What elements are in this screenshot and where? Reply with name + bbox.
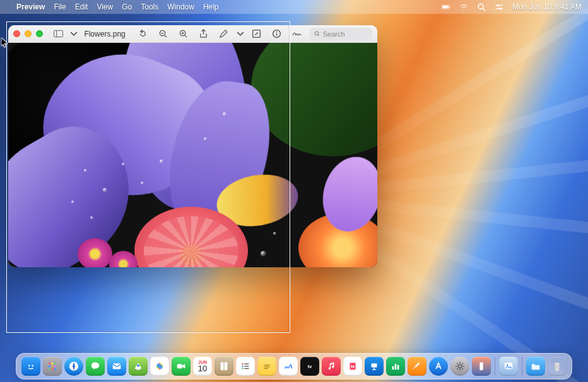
dock: JUN10tvN [16,353,572,379]
launchpad-icon [47,361,58,372]
menu-help[interactable]: Help [203,3,219,11]
numbers-icon [390,361,401,372]
preview-window: Flowers.png Search [8,25,377,267]
image-viewport[interactable] [8,43,377,267]
svg-line-13 [165,35,167,37]
menubar: Preview File Edit View Go Tools Window H… [0,0,588,14]
news-icon: N [347,361,358,372]
info-button[interactable] [269,28,285,40]
finder-icon [25,361,37,372]
svg-rect-2 [449,6,450,8]
dock-settings[interactable] [450,357,469,376]
svg-rect-73 [479,362,483,371]
dock-tv[interactable]: tv [300,357,319,376]
dock-appstore[interactable] [429,357,448,376]
menu-edit[interactable]: Edit [75,3,88,11]
wifi-icon[interactable] [459,3,468,11]
svg-point-35 [54,368,57,371]
svg-rect-63 [397,365,399,369]
app-menu[interactable]: Preview [16,3,45,11]
preview-icon [503,361,514,372]
svg-rect-62 [395,364,397,369]
svg-text:tv: tv [308,364,312,369]
markup-button[interactable] [216,28,232,40]
dock-finder[interactable] [21,357,40,376]
svg-point-64 [458,364,461,368]
dock-safari[interactable] [64,357,83,376]
maps-icon [132,361,144,372]
markup-dropdown-button[interactable] [237,28,244,40]
calendar-day-label: 10 [198,364,207,373]
sidebar-button[interactable] [52,28,65,40]
rotate-left-button[interactable] [136,28,151,40]
svg-rect-9 [54,30,63,37]
dock-trash[interactable] [548,357,567,376]
dock-music[interactable] [322,357,341,376]
window-minimize-button[interactable] [25,30,32,37]
mouse-cursor [1,38,9,49]
svg-rect-58 [372,364,377,368]
keynote-icon [368,361,380,372]
search-field[interactable]: Search [310,28,372,40]
dock-calendar[interactable]: JUN10 [193,357,212,376]
svg-text:N: N [351,364,355,369]
dock-divider [495,357,495,376]
crop-button[interactable] [249,28,264,40]
svg-rect-1 [442,6,448,8]
dock-facetime[interactable] [172,357,191,376]
menu-file[interactable]: File [54,3,66,11]
dock-notes[interactable] [257,357,276,376]
facetime-icon [175,361,187,372]
dock-news[interactable]: N [343,357,362,376]
svg-rect-61 [392,366,394,369]
dock-maps[interactable] [129,357,148,376]
svg-line-17 [185,35,187,37]
menu-window[interactable]: Window [167,3,194,11]
mail-icon [111,361,122,372]
dock-keynote[interactable] [365,357,384,376]
dock-launchpad[interactable] [43,357,62,376]
dock-reminders[interactable] [236,357,255,376]
safari-icon [68,361,79,372]
menu-go[interactable]: Go [122,3,132,11]
zoom-in-button[interactable] [176,28,191,40]
trash-icon [551,361,563,372]
dock-messages[interactable] [86,357,105,376]
spotlight-icon[interactable] [477,3,486,11]
freeform-icon [283,361,294,372]
svg-point-8 [499,8,502,10]
svg-point-31 [51,365,54,368]
dock-downloads[interactable] [526,357,545,376]
contacts-icon [218,361,230,372]
settings-icon [454,361,466,372]
svg-point-20 [276,32,278,33]
battery-icon[interactable] [442,3,450,11]
sidebar-dropdown-button[interactable] [70,28,78,40]
menubar-clock[interactable]: Mon Jun 10 9:41 AM [512,3,582,11]
zoom-out-button[interactable] [156,28,171,40]
dock-pages[interactable] [408,357,426,376]
menu-view[interactable]: View [97,3,113,11]
control-center-icon[interactable] [495,3,503,11]
dock-preview[interactable] [499,357,518,376]
svg-line-70 [462,368,463,369]
dock-freeform[interactable] [279,357,298,376]
svg-point-48 [242,368,244,369]
dock-photos[interactable] [150,357,169,376]
window-close-button[interactable] [13,30,20,37]
svg-point-47 [242,366,244,368]
svg-point-28 [51,362,54,365]
window-fullscreen-button[interactable] [36,30,43,37]
sign-button[interactable] [290,28,305,40]
dock-contacts[interactable] [215,357,233,376]
share-button[interactable] [196,28,211,40]
dock-iphone-mirroring[interactable] [472,357,491,376]
window-titlebar[interactable]: Flowers.png Search [8,25,377,43]
tv-icon: tv [304,361,315,372]
dock-mail[interactable] [107,357,126,376]
notes-icon [261,361,273,372]
flowers-image [8,43,377,267]
downloads-icon [530,361,541,372]
dock-numbers[interactable] [386,357,405,376]
menu-tools[interactable]: Tools [141,3,158,11]
